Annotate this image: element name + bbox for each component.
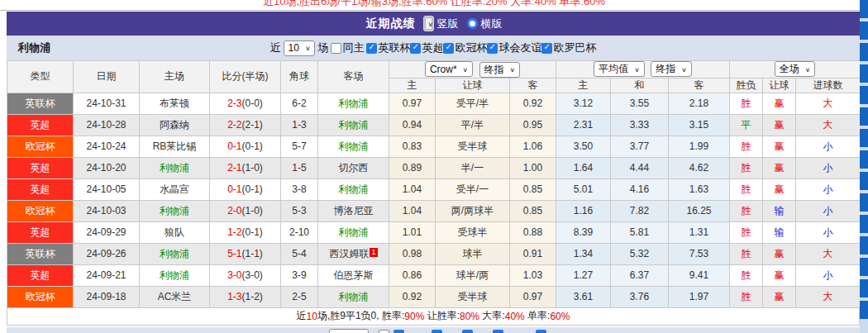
home-team[interactable]: 阿森纳 xyxy=(140,114,210,136)
home-team[interactable]: 狼队 xyxy=(140,221,210,243)
quick-nav-block[interactable] xyxy=(860,150,868,169)
result-row: 英超24-09-21利物浦3-0(3-0)3-9伯恩茅斯0.86球半/两1.03… xyxy=(7,264,861,286)
corners-cell: 2-10 xyxy=(281,221,318,243)
quick-nav-block[interactable] xyxy=(860,129,868,147)
euro-away-odds: 1.31 xyxy=(669,221,730,243)
radio-unselected-icon[interactable] xyxy=(467,18,478,29)
half-score: (1-2) xyxy=(242,291,263,302)
same-home-checkbox[interactable]: 同主 xyxy=(331,40,364,55)
checkbox-checked-icon[interactable] xyxy=(410,43,421,54)
quick-nav-block[interactable] xyxy=(860,86,868,104)
partial-checkbox-checked[interactable] xyxy=(462,330,473,333)
quick-nav-block[interactable] xyxy=(860,64,868,83)
league-filter-item[interactable]: 英超 xyxy=(410,40,443,55)
quick-nav-block[interactable] xyxy=(860,0,868,18)
header-corner: 角球 xyxy=(281,61,318,93)
league-filter-item[interactable]: 球会友谊 xyxy=(487,40,541,55)
date-cell: 24-10-20 xyxy=(74,157,140,178)
away-team[interactable]: 伯恩茅斯 xyxy=(318,264,389,286)
final-odds-select-asian[interactable]: 终指 xyxy=(479,62,521,78)
away-team[interactable]: 博洛尼亚 xyxy=(318,200,389,221)
home-team[interactable]: 利物浦 xyxy=(140,157,210,178)
summary-segment: 胜率: xyxy=(382,309,404,323)
partial-checkbox-checked[interactable] xyxy=(536,330,546,333)
league-filter-item[interactable]: 英联杯 xyxy=(366,40,410,55)
partial-checkbox-checked[interactable] xyxy=(493,330,503,333)
layout-radio-horizontal[interactable]: 横版 xyxy=(467,17,503,31)
card-badge: 1 xyxy=(370,248,377,257)
away-team[interactable]: 利物浦 xyxy=(318,178,389,200)
quick-nav-block[interactable] xyxy=(860,107,868,126)
quick-nav-block[interactable] xyxy=(860,43,868,61)
home-team[interactable]: 利物浦 xyxy=(140,243,210,264)
quick-nav-block[interactable] xyxy=(860,301,868,319)
checkbox-checked-icon[interactable] xyxy=(366,43,377,54)
scope-select[interactable]: 全场 xyxy=(775,61,816,77)
quick-nav-block[interactable] xyxy=(860,21,868,40)
away-team[interactable]: 切尔西 xyxy=(318,157,389,178)
subheader-cell: 客 xyxy=(669,78,730,93)
games-count-select[interactable]: 10 xyxy=(284,40,316,56)
away-team[interactable]: 利物浦 xyxy=(318,93,389,114)
date-cell: 24-09-21 xyxy=(74,264,140,286)
partial-checkbox-checked[interactable] xyxy=(393,330,404,333)
euro-home-odds: 3.50 xyxy=(556,136,611,157)
euro-draw-odds: 3.55 xyxy=(611,93,669,114)
partial-checkbox-unchecked[interactable] xyxy=(379,330,389,333)
home-team[interactable]: 布莱顿 xyxy=(140,93,210,114)
league-filter-label: 英联杯 xyxy=(378,40,410,55)
full-score: 0-1 xyxy=(227,183,241,195)
handicap-result-cell: 赢 xyxy=(763,114,796,136)
euro-home-odds: 2.31 xyxy=(556,114,611,136)
goals-over-under-cell: 小 xyxy=(796,221,861,243)
quick-nav-block[interactable] xyxy=(860,279,868,297)
full-score: 5-1 xyxy=(227,248,241,259)
home-team[interactable]: 利物浦 xyxy=(140,200,210,221)
league-filter-item[interactable]: 欧罗巴杯 xyxy=(541,40,596,55)
home-team[interactable]: 水晶宫 xyxy=(140,178,210,200)
handicap-away-odds: 0.92 xyxy=(510,93,556,114)
handicap-line: 平/半 xyxy=(436,114,510,136)
result-row: 欧冠杯24-10-24RB莱比锡0-1(0-1)5-7利物浦0.83受半球1.0… xyxy=(7,136,861,157)
partial-select[interactable] xyxy=(329,329,369,333)
handicap-result-cell: 赢 xyxy=(763,93,796,114)
quick-nav-block[interactable] xyxy=(860,172,868,190)
away-team[interactable]: 利物浦 xyxy=(318,114,389,136)
score-cell: 0-1(0-1) xyxy=(210,136,281,157)
checkbox-checked-icon[interactable] xyxy=(541,43,552,54)
checkbox-checked-icon[interactable] xyxy=(487,43,498,54)
checkbox-unchecked-icon[interactable] xyxy=(331,43,341,54)
average-select[interactable]: 平均值 xyxy=(594,61,645,77)
league-filter-item[interactable]: 欧冠杯 xyxy=(443,40,487,55)
results-tbody: 英联杯24-10-31布莱顿2-3(0-0)6-2利物浦0.97受平/半0.92… xyxy=(7,93,861,307)
away-team[interactable]: 利物浦 xyxy=(318,286,389,307)
layout-radio-vertical[interactable]: 竖版 xyxy=(423,16,459,31)
result-cell: 胜 xyxy=(730,93,763,114)
corners-cell: 1-5 xyxy=(281,157,318,178)
corners-cell: 6-2 xyxy=(281,93,318,114)
home-team[interactable]: RB莱比锡 xyxy=(140,136,210,157)
summary-segment: 60% xyxy=(550,311,570,322)
score-cell: 2-2(2-1) xyxy=(210,114,281,136)
quick-nav-block[interactable] xyxy=(860,193,868,212)
bookmaker-select[interactable]: Crow* xyxy=(425,61,473,77)
away-team[interactable]: 利物浦 xyxy=(318,136,389,157)
checkbox-checked-icon[interactable] xyxy=(443,43,454,54)
away-team[interactable]: 利物浦 xyxy=(318,221,389,243)
quick-nav-block[interactable] xyxy=(860,236,868,255)
home-team[interactable]: 利物浦 xyxy=(140,264,210,286)
quick-nav-block[interactable] xyxy=(860,258,868,276)
summary-segment: 近 xyxy=(297,309,307,323)
score-cell: 2-1(1-0) xyxy=(210,157,281,178)
away-team[interactable]: 西汉姆联1 xyxy=(318,243,389,264)
radio-selected-icon[interactable] xyxy=(423,16,434,31)
quick-nav-block[interactable] xyxy=(860,215,868,233)
final-odds-select-euro[interactable]: 终指 xyxy=(651,61,692,77)
home-team[interactable]: AC米兰 xyxy=(140,286,210,307)
recent-results-banner: 近期战绩 竖版 横版 xyxy=(7,12,861,36)
result-cell: 平 xyxy=(730,114,763,136)
subheader-cell: 让球 xyxy=(436,78,510,93)
partial-checkbox-checked[interactable] xyxy=(432,330,442,333)
goals-over-under-cell: 小 xyxy=(796,264,861,286)
euro-away-odds: 2.18 xyxy=(669,93,730,114)
